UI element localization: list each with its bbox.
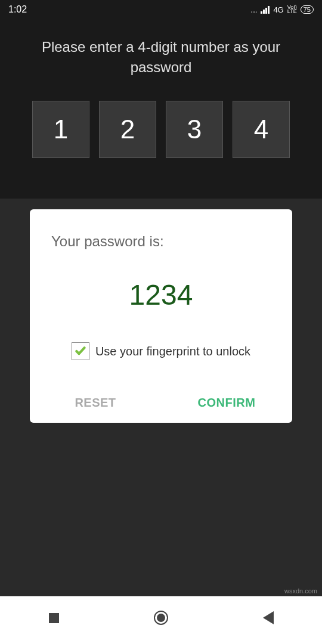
square-icon bbox=[49, 613, 59, 623]
triangle-icon bbox=[263, 611, 274, 624]
dialog-actions: RESET CONFIRM bbox=[30, 384, 292, 423]
password-display: 1234 bbox=[30, 262, 292, 328]
dots-icon: ... bbox=[251, 5, 258, 14]
digit-box-3[interactable]: 3 bbox=[166, 101, 223, 158]
signal-icon bbox=[261, 6, 270, 14]
back-button[interactable] bbox=[259, 609, 277, 627]
fingerprint-row[interactable]: Use your fingerprint to unlock bbox=[30, 328, 292, 384]
circle-icon bbox=[154, 611, 168, 625]
home-button[interactable] bbox=[152, 609, 170, 627]
digit-box-2[interactable]: 2 bbox=[99, 101, 156, 158]
watermark: wsxdn.com bbox=[284, 587, 317, 595]
battery-icon: 75 bbox=[301, 5, 314, 14]
bottom-bar bbox=[0, 596, 322, 644]
digit-boxes: 1 2 3 4 bbox=[0, 83, 322, 176]
nav-bar bbox=[0, 601, 322, 634]
fingerprint-label: Use your fingerprint to unlock bbox=[95, 345, 250, 358]
status-right: ... 4G VoI) LTE 75 bbox=[251, 5, 314, 14]
check-icon bbox=[75, 345, 86, 357]
fingerprint-checkbox[interactable] bbox=[72, 342, 89, 360]
reset-button[interactable]: RESET bbox=[30, 396, 161, 410]
dialog-overlay: Your password is: 1234 Use your fingerpr… bbox=[0, 199, 322, 644]
status-bar: 1:02 ... 4G VoI) LTE 75 bbox=[0, 0, 322, 19]
dialog-title: Your password is: bbox=[30, 233, 292, 262]
prompt-text: Please enter a 4-digit number as your pa… bbox=[0, 19, 322, 83]
digit-box-1[interactable]: 1 bbox=[32, 101, 89, 158]
digit-box-4[interactable]: 4 bbox=[233, 101, 290, 158]
clock: 1:02 bbox=[8, 4, 27, 15]
recents-button[interactable] bbox=[45, 609, 63, 627]
confirm-button[interactable]: CONFIRM bbox=[161, 396, 292, 410]
network-label: 4G bbox=[273, 5, 283, 14]
password-dialog: Your password is: 1234 Use your fingerpr… bbox=[30, 209, 292, 423]
volte-icon: VoI) LTE bbox=[287, 5, 297, 14]
